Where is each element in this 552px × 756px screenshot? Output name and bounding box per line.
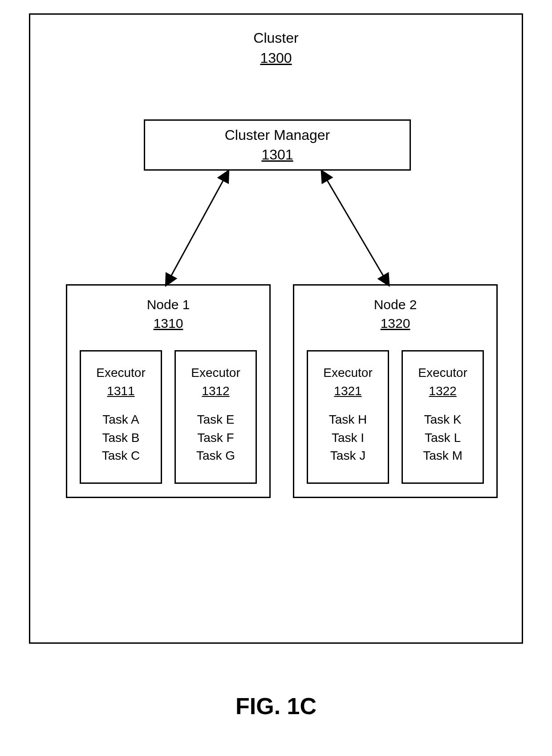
node-1-executors: Executor 1311 Task A Task B Task C Execu…: [67, 350, 269, 484]
cluster-title: Cluster 1300: [30, 28, 522, 68]
task-item: Task B: [81, 429, 161, 447]
executor-tasks: Task E Task F Task G: [176, 411, 256, 465]
node-2-ref: 1320: [294, 314, 496, 333]
task-item: Task H: [308, 411, 388, 429]
executor-1322: Executor 1322 Task K Task L Task M: [402, 350, 484, 484]
task-item: Task M: [403, 447, 483, 465]
node-2-label: Node 2: [294, 295, 496, 314]
executor-tasks: Task A Task B Task C: [81, 411, 161, 465]
executor-1321: Executor 1321 Task H Task I Task J: [307, 350, 389, 484]
node-2-box: Node 2 1320 Executor 1321 Task H Task I …: [293, 284, 498, 498]
executor-ref: 1321: [308, 382, 388, 400]
node-1-box: Node 1 1310 Executor 1311 Task A Task B …: [66, 284, 271, 498]
task-item: Task J: [308, 447, 388, 465]
cluster-ref: 1300: [30, 48, 522, 68]
node-1-title: Node 1 1310: [67, 295, 269, 333]
executor-label: Executor: [176, 364, 256, 382]
node-2-title: Node 2 1320: [294, 295, 496, 333]
figure-caption: FIG. 1C: [0, 693, 552, 719]
executor-tasks: Task K Task L Task M: [403, 411, 483, 465]
task-item: Task A: [81, 411, 161, 429]
executor-1311: Executor 1311 Task A Task B Task C: [80, 350, 162, 484]
executor-tasks: Task H Task I Task J: [308, 411, 388, 465]
task-item: Task E: [176, 411, 256, 429]
node-1-ref: 1310: [67, 314, 269, 333]
cluster-container: Cluster 1300 Cluster Manager 1301 Node 1: [29, 13, 523, 644]
executor-label: Executor: [403, 364, 483, 382]
executor-label: Executor: [308, 364, 388, 382]
task-item: Task F: [176, 429, 256, 447]
task-item: Task C: [81, 447, 161, 465]
cluster-manager-ref: 1301: [145, 145, 410, 164]
task-item: Task I: [308, 429, 388, 447]
task-item: Task L: [403, 429, 483, 447]
task-item: Task K: [403, 411, 483, 429]
executor-label: Executor: [81, 364, 161, 382]
svg-line-1: [324, 175, 386, 281]
executor-ref: 1322: [403, 382, 483, 400]
task-item: Task G: [176, 447, 256, 465]
cluster-manager-label: Cluster Manager: [145, 126, 410, 145]
figure-page: Cluster 1300 Cluster Manager 1301 Node 1: [0, 0, 552, 756]
cluster-manager-box: Cluster Manager 1301: [144, 119, 411, 171]
executor-ref: 1311: [81, 382, 161, 400]
cluster-label: Cluster: [30, 28, 522, 48]
executor-ref: 1312: [176, 382, 256, 400]
node-2-executors: Executor 1321 Task H Task I Task J Execu…: [294, 350, 496, 484]
svg-line-0: [168, 175, 226, 281]
executor-1312: Executor 1312 Task E Task F Task G: [175, 350, 257, 484]
node-1-label: Node 1: [67, 295, 269, 314]
